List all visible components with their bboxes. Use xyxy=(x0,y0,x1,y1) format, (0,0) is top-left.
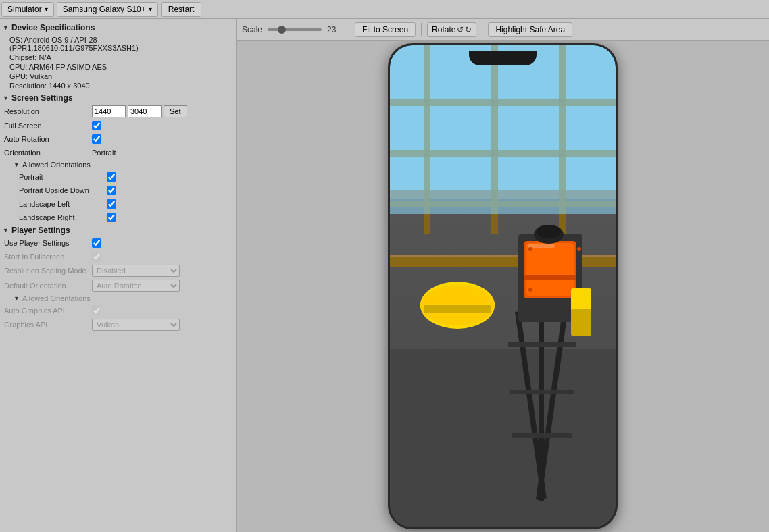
resolution-scaling-mode-select[interactable]: Disabled xyxy=(92,265,180,277)
svg-rect-9 xyxy=(390,349,616,527)
highlight-safe-area-button[interactable]: Highlight Safe Area xyxy=(488,22,572,37)
resolution-height-input[interactable] xyxy=(128,105,162,117)
start-in-fullscreen-label: Start In Fullscreen xyxy=(4,252,92,261)
svg-point-26 xyxy=(577,247,581,251)
landscape-right-row: Landscape Right xyxy=(0,211,236,224)
top-bar: Simulator Samsung Galaxy S10+ Restart xyxy=(0,0,769,19)
svg-rect-21 xyxy=(526,243,574,296)
orientation-label: Orientation xyxy=(4,149,92,157)
portrait-checkbox[interactable] xyxy=(107,172,116,182)
landscape-right-checkbox[interactable] xyxy=(107,213,116,222)
device-label: Samsung Galaxy S10+ xyxy=(63,5,146,14)
default-orientation-row: Default Orientation Auto Rotation xyxy=(0,278,236,293)
use-player-settings-row: Use Player Settings xyxy=(0,236,236,250)
full-screen-row: Full Screen xyxy=(0,119,236,132)
screen-settings-header[interactable]: Screen Settings xyxy=(0,92,236,104)
resolution-scaling-mode-label: Resolution Scaling Mode xyxy=(4,267,92,275)
simulator-label: Simulator xyxy=(7,5,42,14)
graphics-api-label: Graphics API xyxy=(4,321,92,329)
simulator-dropdown[interactable]: Simulator xyxy=(1,2,54,17)
toolbar-separator-3 xyxy=(482,23,482,36)
resolution-width-input[interactable] xyxy=(92,105,126,117)
landscape-right-label: Landscape Right xyxy=(19,213,107,221)
svg-rect-6 xyxy=(390,45,616,214)
left-panel: Device Specifications OS: Android OS 9 /… xyxy=(0,19,237,532)
resolution-label: Resolution xyxy=(4,107,92,115)
auto-graphics-api-checkbox[interactable] xyxy=(92,306,101,315)
spec-gpu: GPU: Vulkan xyxy=(4,72,232,81)
svg-rect-18 xyxy=(512,433,572,438)
landscape-left-row: Landscape Left xyxy=(0,197,236,211)
rotate-left-icon: ↺ xyxy=(457,25,464,34)
main-layout: Device Specifications OS: Android OS 9 /… xyxy=(0,19,769,532)
rotate-label: Rotate xyxy=(432,25,455,34)
spec-os: OS: Android OS 9 / API-28 (PPR1.180610.0… xyxy=(4,35,232,53)
preview-toolbar: Scale 23 Fit to Screen Rotate ↺ ↻ Highli… xyxy=(237,19,769,41)
auto-graphics-api-row: Auto Graphics API xyxy=(0,304,236,317)
scale-label: Scale xyxy=(242,25,262,34)
svg-rect-29 xyxy=(524,275,576,280)
scale-slider[interactable] xyxy=(268,28,322,31)
scene-svg xyxy=(390,45,616,527)
game-scene xyxy=(390,45,616,527)
graphics-api-row: Graphics API Vulkan xyxy=(0,317,236,332)
rotate-right-icon: ↻ xyxy=(465,25,472,34)
toolbar-separator-1 xyxy=(349,23,349,36)
restart-button[interactable]: Restart xyxy=(161,2,202,17)
portrait-upside-down-checkbox[interactable] xyxy=(107,186,116,195)
start-in-fullscreen-checkbox[interactable] xyxy=(92,252,101,261)
svg-point-24 xyxy=(537,225,561,238)
device-specs-content: OS: Android OS 9 / API-28 (PPR1.180610.0… xyxy=(0,34,236,92)
resolution-scaling-mode-row: Resolution Scaling Mode Disabled xyxy=(0,263,236,278)
graphics-api-select[interactable]: Vulkan xyxy=(92,319,180,331)
phone-frame xyxy=(388,43,618,529)
player-allowed-orientations-header[interactable]: Allowed Orientations xyxy=(0,293,236,304)
spec-resolution: Resolution: 1440 x 3040 xyxy=(4,81,232,90)
use-player-settings-checkbox[interactable] xyxy=(92,238,101,248)
phone-notch xyxy=(469,51,537,65)
orientation-row: Orientation Portrait xyxy=(0,146,236,159)
auto-graphics-api-label: Auto Graphics API xyxy=(4,307,92,315)
start-in-fullscreen-row: Start In Fullscreen xyxy=(0,250,236,263)
auto-rotation-label: Auto Rotation xyxy=(4,135,92,143)
orientation-value: Portrait xyxy=(92,149,116,157)
full-screen-checkbox[interactable] xyxy=(92,121,101,130)
portrait-upside-down-row: Portrait Upside Down xyxy=(0,184,236,197)
allowed-orientations-header[interactable]: Allowed Orientations xyxy=(0,159,236,170)
full-screen-label: Full Screen xyxy=(4,122,92,130)
scale-value: 23 xyxy=(327,25,343,34)
toolbar-separator-2 xyxy=(421,23,422,36)
svg-rect-22 xyxy=(528,244,555,248)
auto-rotation-checkbox[interactable] xyxy=(92,134,101,144)
portrait-upside-down-label: Portrait Upside Down xyxy=(19,186,107,194)
set-resolution-button[interactable]: Set xyxy=(164,105,187,117)
device-dropdown[interactable]: Samsung Galaxy S10+ xyxy=(57,2,158,17)
portrait-label: Portrait xyxy=(19,173,107,181)
fit-to-screen-button[interactable]: Fit to Screen xyxy=(355,22,416,37)
landscape-left-label: Landscape Left xyxy=(19,200,107,208)
resolution-row: Resolution Set xyxy=(0,104,236,119)
portrait-row: Portrait xyxy=(0,170,236,184)
right-panel: Scale 23 Fit to Screen Rotate ↺ ↻ Highli… xyxy=(237,19,769,532)
svg-point-27 xyxy=(528,288,532,292)
default-orientation-select[interactable]: Auto Rotation xyxy=(92,280,180,292)
use-player-settings-label: Use Player Settings xyxy=(4,239,92,247)
landscape-left-checkbox[interactable] xyxy=(107,199,116,209)
spec-cpu: CPU: ARM64 FP ASIMD AES xyxy=(4,62,232,72)
player-settings-header[interactable]: Player Settings xyxy=(0,224,236,236)
rotate-button[interactable]: Rotate ↺ ↻ xyxy=(427,22,476,37)
device-specs-header[interactable]: Device Specifications xyxy=(0,22,236,34)
svg-rect-16 xyxy=(508,342,576,347)
svg-rect-17 xyxy=(510,390,574,394)
default-orientation-label: Default Orientation xyxy=(4,282,92,290)
svg-rect-31 xyxy=(571,309,591,336)
phone-screen xyxy=(390,45,616,527)
spec-chipset: Chipset: N/A xyxy=(4,53,232,62)
svg-point-25 xyxy=(528,247,532,251)
svg-rect-12 xyxy=(424,305,491,313)
preview-area xyxy=(237,41,769,532)
auto-rotation-row: Auto Rotation xyxy=(0,132,236,146)
